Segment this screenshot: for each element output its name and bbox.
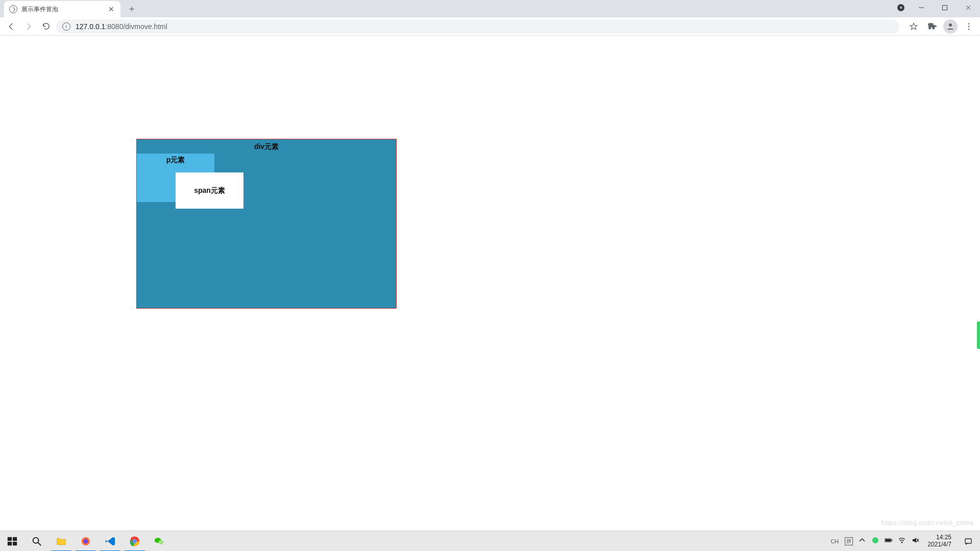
svg-rect-25 xyxy=(886,539,891,542)
watermark-text: https://blog.csdn.net/A_china xyxy=(881,519,974,527)
search-icon xyxy=(31,536,42,547)
nav-forward-button[interactable] xyxy=(21,19,36,34)
chrome-icon xyxy=(129,536,140,547)
svg-point-20 xyxy=(133,540,136,543)
svg-rect-9 xyxy=(13,537,17,540)
ime-mode[interactable]: 拼 xyxy=(845,537,853,545)
start-button[interactable] xyxy=(0,531,24,552)
chrome-menu-button[interactable] xyxy=(962,19,976,34)
scroll-indicator[interactable] xyxy=(977,321,980,349)
notification-icon xyxy=(964,537,972,545)
svg-point-12 xyxy=(33,537,39,543)
tray-wifi-icon[interactable] xyxy=(898,536,906,546)
ime-language[interactable]: CH xyxy=(829,538,840,544)
demo-p-label: p元素 xyxy=(166,156,185,164)
svg-point-15 xyxy=(83,539,88,543)
caret-down-icon: ▾ xyxy=(897,4,904,11)
tray-volume-icon[interactable] xyxy=(911,536,919,546)
browser-toolbar: i 127.0.0.1:8080/divmove.html xyxy=(0,17,980,36)
clock-date: 2021/4/7 xyxy=(927,541,951,548)
window-controls: ▾ xyxy=(892,0,980,17)
window-minimize-button[interactable] xyxy=(910,0,933,15)
url-host: 127.0.0.1 xyxy=(76,22,105,31)
nav-reload-button[interactable] xyxy=(39,19,53,34)
taskbar-app-chrome[interactable] xyxy=(122,531,147,552)
window-close-button[interactable] xyxy=(957,0,980,15)
tab-close-button[interactable]: ✕ xyxy=(107,5,115,13)
reload-icon xyxy=(42,22,51,31)
nav-back-button[interactable] xyxy=(4,19,18,34)
taskbar-search-button[interactable] xyxy=(24,531,49,552)
action-center-button[interactable] xyxy=(960,531,977,552)
address-bar[interactable]: i 127.0.0.1:8080/divmove.html xyxy=(56,19,899,34)
folder-icon xyxy=(56,536,67,547)
new-tab-button[interactable]: + xyxy=(125,2,139,16)
taskbar-clock[interactable]: 14:25 2021/4/7 xyxy=(924,534,954,548)
clock-time: 14:25 xyxy=(927,534,951,541)
svg-rect-30 xyxy=(965,539,971,543)
tab-title: 展示事件冒泡 xyxy=(21,5,58,14)
svg-rect-11 xyxy=(13,541,17,545)
taskbar-app-firefox[interactable] xyxy=(74,531,98,552)
wechat-icon xyxy=(154,536,165,547)
system-tray: CH 拼 14:25 2021/4/7 xyxy=(829,531,980,551)
extensions-button[interactable] xyxy=(925,19,939,34)
tray-chevron-up-icon[interactable] xyxy=(858,536,866,546)
plus-icon: + xyxy=(129,4,135,15)
firefox-icon xyxy=(80,536,91,547)
page-viewport: div元素 p元素 span元素 https://blog.csdn.net/A… xyxy=(0,36,980,531)
taskbar-app-explorer[interactable] xyxy=(49,531,74,552)
maximize-icon xyxy=(942,5,948,11)
tray-battery-icon[interactable] xyxy=(885,536,893,546)
svg-point-27 xyxy=(901,542,902,543)
puzzle-icon xyxy=(927,22,937,31)
person-icon xyxy=(946,22,955,31)
toolbar-right-icons xyxy=(906,19,976,34)
browser-tab-active[interactable]: 展示事件冒泡 ✕ xyxy=(4,1,120,17)
svg-rect-26 xyxy=(892,539,893,541)
demo-span-label: span元素 xyxy=(194,186,225,195)
kebab-icon xyxy=(964,22,973,31)
svg-line-13 xyxy=(38,542,41,545)
tray-security-icon[interactable] xyxy=(871,536,879,546)
site-info-icon[interactable]: i xyxy=(62,22,70,31)
browser-tabstrip: 展示事件冒泡 ✕ + ▾ xyxy=(0,0,980,17)
vscode-icon xyxy=(105,536,116,547)
svg-rect-1 xyxy=(943,6,947,10)
star-icon xyxy=(909,22,918,31)
window-maximize-button[interactable] xyxy=(933,0,957,15)
globe-icon xyxy=(9,5,17,13)
svg-point-22 xyxy=(159,540,164,544)
demo-div-box[interactable]: div元素 p元素 span元素 xyxy=(136,139,397,309)
svg-point-23 xyxy=(872,537,878,543)
minimize-icon xyxy=(918,5,924,11)
demo-p-box[interactable]: p元素 span元素 xyxy=(137,154,214,202)
windows-taskbar: CH 拼 14:25 2021/4/7 xyxy=(0,531,980,551)
demo-div-label: div元素 xyxy=(254,142,279,151)
bookmark-button[interactable] xyxy=(906,19,921,34)
profile-button[interactable] xyxy=(943,19,958,34)
svg-point-6 xyxy=(968,26,970,27)
svg-rect-10 xyxy=(8,541,12,545)
svg-rect-8 xyxy=(8,537,12,540)
arrow-right-icon xyxy=(24,22,33,31)
svg-point-5 xyxy=(968,23,970,24)
url-path: /divmove.html xyxy=(123,22,167,31)
taskbar-app-wechat[interactable] xyxy=(147,531,172,552)
arrow-left-icon xyxy=(7,22,16,31)
account-dropdown-button[interactable]: ▾ xyxy=(892,0,910,15)
url-port: :8080 xyxy=(105,22,123,31)
close-icon xyxy=(965,5,971,11)
taskbar-left xyxy=(0,531,172,551)
windows-icon xyxy=(7,536,18,547)
taskbar-app-vscode[interactable] xyxy=(98,531,122,552)
demo-span-box[interactable]: span元素 xyxy=(176,172,243,209)
svg-point-7 xyxy=(968,28,970,30)
url-text: 127.0.0.1:8080/divmove.html xyxy=(76,22,167,31)
svg-point-4 xyxy=(949,23,952,27)
